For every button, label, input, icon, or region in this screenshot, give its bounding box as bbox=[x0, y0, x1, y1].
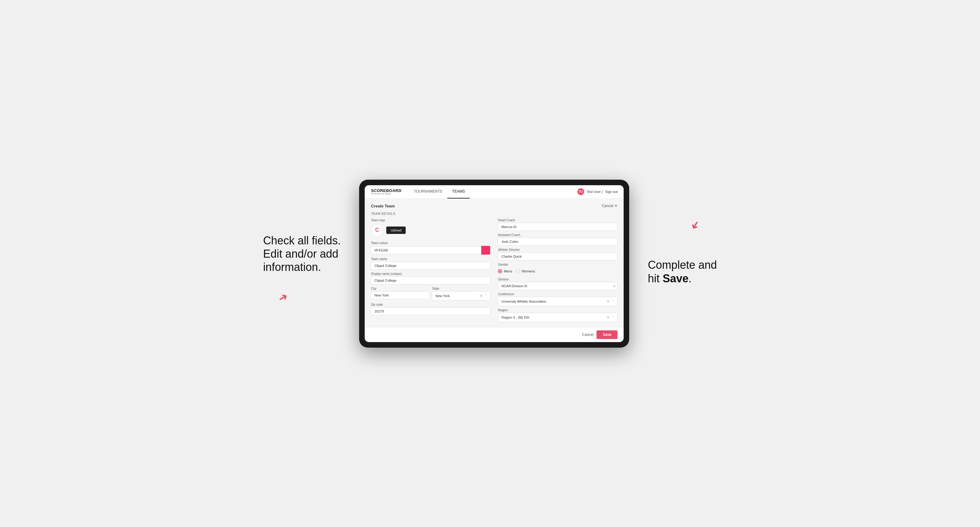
region-clear-icon[interactable]: ✕ bbox=[607, 315, 610, 320]
annotation-left-line1: Check all fields. bbox=[263, 234, 340, 247]
team-name-group: Team name bbox=[371, 257, 490, 270]
state-select[interactable]: New York ✕ ⌃ bbox=[432, 291, 490, 300]
city-state-row: City State New York bbox=[371, 287, 490, 300]
conference-label: Conference bbox=[498, 292, 617, 296]
annotation-left: Check all fields. Edit and/or add inform… bbox=[263, 234, 340, 294]
athletic-director-input[interactable] bbox=[498, 252, 617, 260]
brand: SCOREBOARD Powered by clippit bbox=[371, 189, 401, 195]
head-coach-group: Head Coach bbox=[498, 219, 617, 231]
gender-mens-radio[interactable] bbox=[498, 269, 502, 273]
logo-circle: C bbox=[371, 224, 383, 237]
conference-group: Conference University Athletic Associati… bbox=[498, 292, 617, 306]
modal-cancel-button[interactable]: Cancel ✕ bbox=[602, 204, 617, 208]
region-group: Region Region II - (M) DIII ✕ ⌃ bbox=[498, 308, 617, 322]
conference-chevron-icon: ⌃ bbox=[612, 300, 614, 303]
conference-clear-icon[interactable]: ✕ bbox=[607, 299, 610, 303]
section-label: TEAM DETAILS bbox=[371, 212, 617, 216]
region-label: Region bbox=[498, 308, 617, 312]
city-group: City bbox=[371, 287, 430, 300]
state-group: State New York ✕ ⌃ bbox=[432, 287, 490, 300]
brand-title: SCOREBOARD bbox=[371, 189, 401, 193]
region-chevron-icon: ⌃ bbox=[612, 316, 614, 319]
page-wrapper: Check all fields. Edit and/or add inform… bbox=[12, 180, 968, 348]
athletic-director-group: Athletic Director bbox=[498, 248, 617, 260]
gender-label: Gender bbox=[498, 263, 617, 266]
state-label: State bbox=[432, 287, 490, 290]
display-name-group: Display name (unique) bbox=[371, 272, 490, 284]
annotation-right: ➜ Complete and hit Save. bbox=[648, 242, 717, 285]
footer-save-button[interactable]: Save bbox=[597, 330, 617, 339]
nav-teams[interactable]: TEAMS bbox=[447, 185, 470, 199]
division-select-wrapper: NCAA Division III ▾ bbox=[498, 282, 617, 290]
nav-signout[interactable]: Sign out bbox=[605, 190, 617, 194]
state-value: New York bbox=[435, 294, 449, 298]
modal-footer: Cancel Save bbox=[365, 327, 624, 342]
zip-group: Zip code bbox=[371, 303, 490, 315]
modal-close-icon: ✕ bbox=[614, 204, 617, 208]
assistant-coach-input[interactable] bbox=[498, 238, 617, 246]
footer-cancel-button[interactable]: Cancel bbox=[582, 333, 593, 337]
tablet-screen: SCOREBOARD Powered by clippit TOURNAMENT… bbox=[365, 185, 624, 342]
display-name-label: Display name (unique) bbox=[371, 272, 490, 276]
team-colour-label: Team colour bbox=[371, 241, 490, 245]
city-state-group: City State New York bbox=[371, 287, 490, 300]
nav-right: TU Test User | Sign out bbox=[578, 188, 618, 195]
gender-womens-option[interactable]: Womens bbox=[516, 269, 535, 273]
nav-tournaments[interactable]: TOURNAMENTS bbox=[409, 185, 447, 199]
zip-label: Zip code bbox=[371, 303, 490, 306]
team-name-label: Team name bbox=[371, 257, 490, 261]
division-select[interactable]: NCAA Division III bbox=[498, 282, 617, 290]
gender-mens-label: Mens bbox=[504, 269, 512, 273]
colour-swatch[interactable] bbox=[481, 246, 490, 255]
team-name-input[interactable] bbox=[371, 262, 490, 270]
team-logo-label: Team logo bbox=[371, 219, 490, 222]
gender-group: Gender Mens Womens bbox=[498, 263, 617, 275]
assistant-coach-label: Assistant Coach bbox=[498, 233, 617, 237]
nav-user-text: Test User | bbox=[587, 190, 603, 194]
assistant-coach-group: Assistant Coach bbox=[498, 233, 617, 246]
form-left: Team logo C Upload Team colour bbox=[371, 219, 490, 322]
state-clear-icon[interactable]: ✕ bbox=[480, 294, 483, 298]
city-input[interactable] bbox=[371, 291, 430, 299]
annotation-left-line3: information. bbox=[263, 261, 321, 273]
modal-cancel-label: Cancel bbox=[602, 204, 613, 208]
logo-letter: C bbox=[375, 227, 379, 233]
division-label: Division bbox=[498, 278, 617, 281]
city-label: City bbox=[371, 287, 430, 290]
gender-womens-label: Womens bbox=[522, 269, 535, 273]
athletic-director-label: Athletic Director bbox=[498, 248, 617, 251]
head-coach-input[interactable] bbox=[498, 223, 617, 231]
team-logo-group: Team logo C Upload bbox=[371, 219, 490, 239]
upload-button[interactable]: Upload bbox=[386, 227, 406, 234]
region-select[interactable]: Region II - (M) DIII ✕ ⌃ bbox=[498, 313, 617, 322]
display-name-input[interactable] bbox=[371, 276, 490, 284]
colour-input[interactable] bbox=[371, 246, 481, 254]
gender-womens-radio[interactable] bbox=[516, 269, 520, 273]
gender-mens-option[interactable]: Mens bbox=[498, 269, 512, 273]
user-avatar: TU bbox=[578, 188, 584, 195]
conference-select[interactable]: University Athletic Association ✕ ⌃ bbox=[498, 297, 617, 306]
modal-title: Create Team bbox=[371, 204, 395, 208]
brand-sub: Powered by clippit bbox=[371, 193, 401, 195]
zip-input[interactable] bbox=[371, 307, 490, 315]
colour-row bbox=[371, 246, 490, 255]
logo-area: C Upload bbox=[371, 224, 490, 237]
division-group: Division NCAA Division III ▾ bbox=[498, 278, 617, 290]
region-value: Region II - (M) DIII bbox=[501, 316, 529, 319]
state-chevron-icon: ⌃ bbox=[485, 294, 487, 297]
conference-value: University Athletic Association bbox=[501, 300, 546, 303]
annotation-left-line2: Edit and/or add bbox=[263, 248, 338, 260]
nav-links: TOURNAMENTS TEAMS bbox=[409, 185, 577, 199]
annotation-right-period: . bbox=[689, 272, 692, 285]
head-coach-label: Head Coach bbox=[498, 219, 617, 222]
form-right: Head Coach Assistant Coach Athletic Dire… bbox=[498, 219, 617, 322]
navbar: SCOREBOARD Powered by clippit TOURNAMENT… bbox=[365, 185, 624, 199]
modal-area: Create Team Cancel ✕ TEAM DETAILS Team l… bbox=[365, 199, 624, 327]
team-colour-group: Team colour bbox=[371, 241, 490, 255]
tablet-shell: SCOREBOARD Powered by clippit TOURNAMENT… bbox=[359, 180, 629, 348]
form-grid: Team logo C Upload Team colour bbox=[371, 219, 617, 322]
modal-header: Create Team Cancel ✕ bbox=[371, 204, 617, 208]
gender-radio-group: Mens Womens bbox=[498, 267, 617, 275]
